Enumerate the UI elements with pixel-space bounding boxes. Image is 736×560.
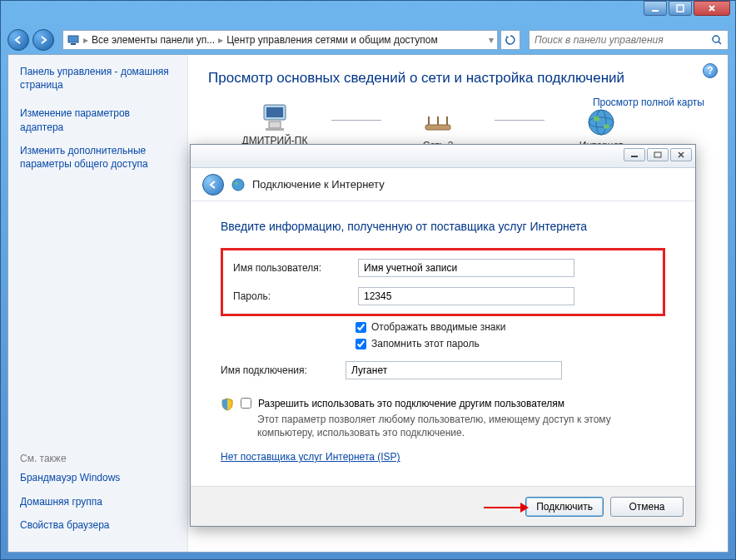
globe-icon — [584, 105, 619, 140]
network-hub-icon — [420, 105, 455, 140]
refresh-button[interactable] — [500, 30, 520, 50]
username-label: Имя пользователя: — [233, 262, 358, 274]
sidebar-home-link[interactable]: Панель управления - домашняя страница — [20, 65, 176, 92]
remember-checkbox[interactable] — [356, 339, 366, 349]
allow-others-checkbox[interactable] — [241, 398, 251, 409]
cancel-button[interactable]: Отмена — [610, 497, 684, 517]
dialog-minimize-button[interactable] — [624, 148, 645, 161]
svg-point-4 — [713, 36, 719, 42]
show-chars-label: Отображать вводимые знаки — [371, 321, 505, 333]
svg-rect-10 — [425, 125, 450, 130]
address-bar[interactable]: ▸ Все элементы панели уп... ▸ Центр упра… — [62, 30, 498, 50]
svg-point-19 — [232, 179, 244, 191]
search-icon — [711, 34, 723, 46]
password-input[interactable] — [358, 287, 574, 305]
connname-label: Имя подключения: — [221, 364, 346, 376]
svg-line-5 — [719, 42, 721, 44]
close-button[interactable] — [694, 1, 730, 16]
nav-forward-button[interactable] — [32, 29, 54, 51]
nav-back-button[interactable] — [7, 29, 29, 51]
allow-others-label: Разрешить использовать это подключение д… — [258, 398, 665, 409]
sidebar-firewall-link[interactable]: Брандмауэр Windows — [20, 471, 176, 484]
chevron-right-icon: ▸ — [83, 34, 88, 46]
dropdown-icon[interactable]: ▾ — [489, 34, 494, 46]
dialog-back-button[interactable] — [202, 174, 224, 196]
computer-icon — [257, 100, 292, 135]
sidebar-sharing-link[interactable]: Изменить дополнительные параметры общего… — [20, 144, 176, 171]
username-input[interactable] — [358, 259, 574, 277]
password-label: Пароль: — [233, 290, 358, 302]
breadcrumb-seg-1[interactable]: Все элементы панели уп... — [92, 34, 215, 46]
svg-point-14 — [589, 110, 614, 135]
network-icon — [67, 33, 80, 47]
connect-button[interactable]: Подключить — [525, 497, 604, 517]
allow-others-desc: Этот параметр позволяет любому пользоват… — [257, 413, 665, 439]
svg-rect-18 — [654, 152, 661, 157]
no-isp-link[interactable]: Нет поставщика услуг Интернета (ISP) — [221, 451, 400, 463]
chevron-right-icon: ▸ — [218, 34, 223, 46]
globe-icon — [231, 177, 246, 192]
dialog-heading: Введите информацию, полученную от постав… — [221, 220, 665, 233]
svg-rect-9 — [266, 128, 284, 131]
dialog-maximize-button[interactable] — [647, 148, 669, 161]
arrow-annotation — [484, 503, 529, 513]
svg-rect-3 — [71, 43, 76, 45]
see-also-label: См. также — [20, 453, 176, 464]
svg-rect-0 — [652, 10, 659, 12]
dialog-close-button[interactable] — [670, 148, 692, 161]
maximize-button[interactable] — [669, 1, 692, 16]
svg-rect-8 — [269, 121, 281, 128]
svg-rect-2 — [68, 36, 78, 42]
connection-line — [331, 120, 381, 121]
dialog-title: Подключение к Интернету — [252, 178, 385, 191]
remember-label: Запомнить этот пароль — [371, 338, 480, 349]
connname-input[interactable] — [346, 361, 562, 379]
sidebar-browser-link[interactable]: Свойства браузера — [20, 518, 176, 532]
breadcrumb-seg-2[interactable]: Центр управления сетями и общим доступом — [226, 34, 438, 46]
credentials-highlight: Имя пользователя: Пароль: — [221, 248, 665, 316]
minimize-button[interactable] — [644, 1, 667, 16]
svg-rect-1 — [677, 5, 684, 12]
search-box[interactable] — [529, 30, 729, 50]
main-heading: Просмотр основных сведений о сети и наст… — [208, 70, 708, 87]
connect-dialog: Подключение к Интернету Введите информац… — [190, 144, 696, 527]
sidebar-adapter-link[interactable]: Изменение параметров адаптера — [20, 107, 176, 133]
help-icon[interactable]: ? — [703, 63, 718, 78]
full-map-link[interactable]: Просмотр полной карты — [593, 97, 704, 108]
show-chars-checkbox[interactable] — [356, 322, 366, 333]
svg-rect-17 — [631, 156, 638, 157]
svg-rect-7 — [266, 107, 283, 117]
shield-icon — [221, 398, 234, 411]
search-input[interactable] — [535, 34, 711, 46]
connection-line — [495, 120, 545, 121]
sidebar-homegroup-link[interactable]: Домашняя группа — [20, 495, 176, 508]
